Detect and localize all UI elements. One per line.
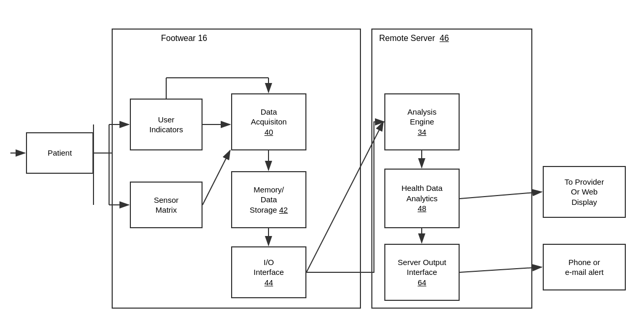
patient-label: Patient bbox=[48, 148, 72, 158]
data-acquisition-box: DataAcquisiton40 bbox=[231, 93, 306, 150]
remote-server-label: Remote Server 46 bbox=[379, 34, 449, 43]
sensor-matrix-box: SensorMatrix bbox=[130, 182, 203, 228]
data-acquisition-label: DataAcquisiton40 bbox=[251, 107, 287, 137]
analysis-engine-box: AnalysisEngine34 bbox=[384, 93, 460, 150]
footwear-label: Footwear 16 bbox=[161, 34, 207, 43]
patient-box: Patient bbox=[26, 132, 93, 174]
server-output-interface-box: Server OutputInterface64 bbox=[384, 244, 460, 301]
memory-data-storage-box: Memory/DataStorage 42 bbox=[231, 171, 306, 228]
health-data-analytics-box: Health DataAnalytics48 bbox=[384, 169, 460, 228]
sensor-matrix-label: SensorMatrix bbox=[154, 195, 179, 215]
user-indicators-label: UserIndicators bbox=[149, 115, 183, 135]
diagram: Footwear 16 Remote Server 46 Patient Use… bbox=[0, 0, 644, 333]
io-interface-label: I/OInterface44 bbox=[253, 257, 284, 288]
footwear-number: 16 bbox=[198, 34, 207, 43]
memory-data-storage-label: Memory/DataStorage 42 bbox=[250, 185, 288, 215]
to-provider-box: To ProviderOr WebDisplay bbox=[543, 166, 626, 218]
remote-server-number: 46 bbox=[439, 34, 449, 43]
server-output-interface-label: Server OutputInterface64 bbox=[398, 257, 446, 288]
io-interface-box: I/OInterface44 bbox=[231, 246, 306, 298]
health-data-analytics-label: Health DataAnalytics48 bbox=[401, 183, 442, 214]
phone-email-label: Phone ore-mail alert bbox=[565, 257, 603, 278]
analysis-engine-label: AnalysisEngine34 bbox=[408, 107, 437, 137]
phone-email-box: Phone ore-mail alert bbox=[543, 244, 626, 290]
to-provider-label: To ProviderOr WebDisplay bbox=[565, 177, 604, 207]
user-indicators-box: UserIndicators bbox=[130, 99, 203, 150]
